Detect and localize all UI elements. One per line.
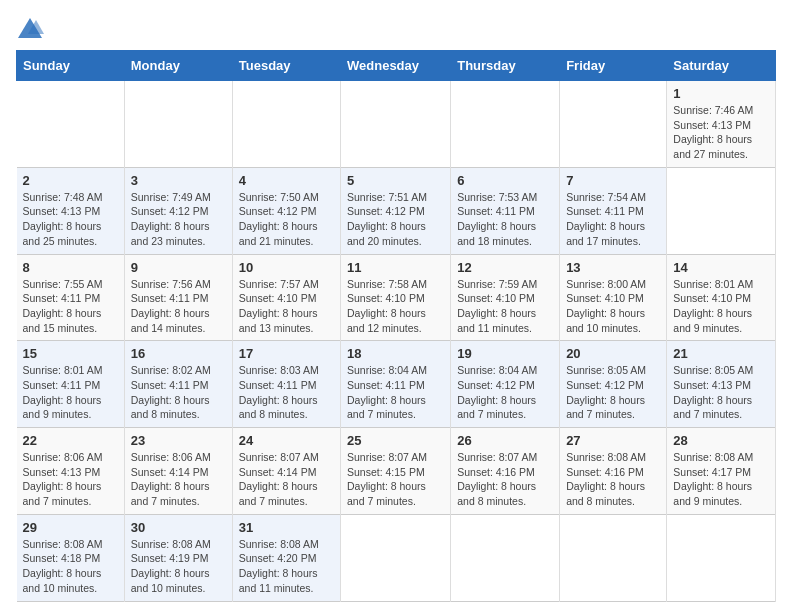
- day-info: Sunrise: 8:07 AMSunset: 4:16 PMDaylight:…: [457, 450, 553, 509]
- table-cell-w2-d7: [667, 167, 776, 254]
- day-info: Sunrise: 7:50 AMSunset: 4:12 PMDaylight:…: [239, 190, 334, 249]
- day-info: Sunrise: 8:06 AMSunset: 4:14 PMDaylight:…: [131, 450, 226, 509]
- table-cell-w4-d2: 16Sunrise: 8:02 AMSunset: 4:11 PMDayligh…: [124, 341, 232, 428]
- day-info: Sunrise: 7:55 AMSunset: 4:11 PMDaylight:…: [23, 277, 118, 336]
- day-number: 2: [23, 173, 118, 188]
- page-header: [16, 16, 776, 40]
- col-thursday: Thursday: [451, 51, 560, 81]
- table-cell-w4-d7: 21Sunrise: 8:05 AMSunset: 4:13 PMDayligh…: [667, 341, 776, 428]
- table-cell-w1-d1: [17, 81, 125, 168]
- day-info: Sunrise: 8:07 AMSunset: 4:15 PMDaylight:…: [347, 450, 444, 509]
- col-tuesday: Tuesday: [232, 51, 340, 81]
- day-info: Sunrise: 8:08 AMSunset: 4:18 PMDaylight:…: [23, 537, 118, 596]
- day-number: 5: [347, 173, 444, 188]
- day-number: 20: [566, 346, 660, 361]
- day-number: 14: [673, 260, 769, 275]
- day-number: 6: [457, 173, 553, 188]
- day-info: Sunrise: 8:03 AMSunset: 4:11 PMDaylight:…: [239, 363, 334, 422]
- day-number: 18: [347, 346, 444, 361]
- calendar-table: Sunday Monday Tuesday Wednesday Thursday…: [16, 50, 776, 602]
- day-info: Sunrise: 7:46 AMSunset: 4:13 PMDaylight:…: [673, 103, 769, 162]
- day-info: Sunrise: 8:00 AMSunset: 4:10 PMDaylight:…: [566, 277, 660, 336]
- table-cell-w3-d3: 10Sunrise: 7:57 AMSunset: 4:10 PMDayligh…: [232, 254, 340, 341]
- day-info: Sunrise: 7:53 AMSunset: 4:11 PMDaylight:…: [457, 190, 553, 249]
- day-info: Sunrise: 7:57 AMSunset: 4:10 PMDaylight:…: [239, 277, 334, 336]
- day-info: Sunrise: 8:05 AMSunset: 4:13 PMDaylight:…: [673, 363, 769, 422]
- day-info: Sunrise: 7:49 AMSunset: 4:12 PMDaylight:…: [131, 190, 226, 249]
- day-number: 29: [23, 520, 118, 535]
- day-number: 19: [457, 346, 553, 361]
- day-number: 9: [131, 260, 226, 275]
- logo-icon: [16, 16, 44, 40]
- day-info: Sunrise: 8:06 AMSunset: 4:13 PMDaylight:…: [23, 450, 118, 509]
- table-cell-w6-d6: [560, 514, 667, 601]
- day-info: Sunrise: 7:58 AMSunset: 4:10 PMDaylight:…: [347, 277, 444, 336]
- col-monday: Monday: [124, 51, 232, 81]
- table-cell-w3-d1: 8Sunrise: 7:55 AMSunset: 4:11 PMDaylight…: [17, 254, 125, 341]
- table-cell-w1-d6: [560, 81, 667, 168]
- day-number: 3: [131, 173, 226, 188]
- day-info: Sunrise: 7:56 AMSunset: 4:11 PMDaylight:…: [131, 277, 226, 336]
- col-saturday: Saturday: [667, 51, 776, 81]
- table-cell-w4-d4: 18Sunrise: 8:04 AMSunset: 4:11 PMDayligh…: [341, 341, 451, 428]
- logo: [16, 16, 46, 40]
- week-row-1: 1Sunrise: 7:46 AMSunset: 4:13 PMDaylight…: [17, 81, 776, 168]
- table-cell-w5-d4: 25Sunrise: 8:07 AMSunset: 4:15 PMDayligh…: [341, 428, 451, 515]
- day-info: Sunrise: 8:08 AMSunset: 4:19 PMDaylight:…: [131, 537, 226, 596]
- table-cell-w4-d5: 19Sunrise: 8:04 AMSunset: 4:12 PMDayligh…: [451, 341, 560, 428]
- table-cell-w1-d3: [232, 81, 340, 168]
- day-number: 31: [239, 520, 334, 535]
- day-number: 4: [239, 173, 334, 188]
- table-cell-w3-d2: 9Sunrise: 7:56 AMSunset: 4:11 PMDaylight…: [124, 254, 232, 341]
- table-cell-w2-d3: 4Sunrise: 7:50 AMSunset: 4:12 PMDaylight…: [232, 167, 340, 254]
- day-info: Sunrise: 8:01 AMSunset: 4:10 PMDaylight:…: [673, 277, 769, 336]
- day-number: 30: [131, 520, 226, 535]
- table-cell-w4-d1: 15Sunrise: 8:01 AMSunset: 4:11 PMDayligh…: [17, 341, 125, 428]
- table-cell-w4-d3: 17Sunrise: 8:03 AMSunset: 4:11 PMDayligh…: [232, 341, 340, 428]
- table-cell-w3-d7: 14Sunrise: 8:01 AMSunset: 4:10 PMDayligh…: [667, 254, 776, 341]
- table-cell-w1-d4: [341, 81, 451, 168]
- day-number: 12: [457, 260, 553, 275]
- day-number: 11: [347, 260, 444, 275]
- day-number: 17: [239, 346, 334, 361]
- day-number: 24: [239, 433, 334, 448]
- table-cell-w1-d2: [124, 81, 232, 168]
- table-cell-w5-d3: 24Sunrise: 8:07 AMSunset: 4:14 PMDayligh…: [232, 428, 340, 515]
- table-cell-w5-d7: 28Sunrise: 8:08 AMSunset: 4:17 PMDayligh…: [667, 428, 776, 515]
- table-cell-w6-d4: [341, 514, 451, 601]
- day-number: 8: [23, 260, 118, 275]
- day-number: 1: [673, 86, 769, 101]
- day-info: Sunrise: 7:51 AMSunset: 4:12 PMDaylight:…: [347, 190, 444, 249]
- table-cell-w5-d6: 27Sunrise: 8:08 AMSunset: 4:16 PMDayligh…: [560, 428, 667, 515]
- day-number: 25: [347, 433, 444, 448]
- day-number: 26: [457, 433, 553, 448]
- table-cell-w5-d2: 23Sunrise: 8:06 AMSunset: 4:14 PMDayligh…: [124, 428, 232, 515]
- table-cell-w2-d2: 3Sunrise: 7:49 AMSunset: 4:12 PMDaylight…: [124, 167, 232, 254]
- day-info: Sunrise: 7:54 AMSunset: 4:11 PMDaylight:…: [566, 190, 660, 249]
- table-cell-w3-d5: 12Sunrise: 7:59 AMSunset: 4:10 PMDayligh…: [451, 254, 560, 341]
- day-number: 16: [131, 346, 226, 361]
- day-number: 27: [566, 433, 660, 448]
- day-number: 22: [23, 433, 118, 448]
- week-row-3: 8Sunrise: 7:55 AMSunset: 4:11 PMDaylight…: [17, 254, 776, 341]
- day-info: Sunrise: 8:08 AMSunset: 4:20 PMDaylight:…: [239, 537, 334, 596]
- day-number: 7: [566, 173, 660, 188]
- table-cell-w1-d7: 1Sunrise: 7:46 AMSunset: 4:13 PMDaylight…: [667, 81, 776, 168]
- day-info: Sunrise: 8:01 AMSunset: 4:11 PMDaylight:…: [23, 363, 118, 422]
- week-row-5: 22Sunrise: 8:06 AMSunset: 4:13 PMDayligh…: [17, 428, 776, 515]
- table-cell-w2-d4: 5Sunrise: 7:51 AMSunset: 4:12 PMDaylight…: [341, 167, 451, 254]
- table-cell-w6-d1: 29Sunrise: 8:08 AMSunset: 4:18 PMDayligh…: [17, 514, 125, 601]
- table-cell-w2-d1: 2Sunrise: 7:48 AMSunset: 4:13 PMDaylight…: [17, 167, 125, 254]
- table-cell-w2-d5: 6Sunrise: 7:53 AMSunset: 4:11 PMDaylight…: [451, 167, 560, 254]
- week-row-6: 29Sunrise: 8:08 AMSunset: 4:18 PMDayligh…: [17, 514, 776, 601]
- table-cell-w1-d5: [451, 81, 560, 168]
- day-number: 23: [131, 433, 226, 448]
- table-cell-w4-d6: 20Sunrise: 8:05 AMSunset: 4:12 PMDayligh…: [560, 341, 667, 428]
- day-number: 10: [239, 260, 334, 275]
- table-cell-w5-d5: 26Sunrise: 8:07 AMSunset: 4:16 PMDayligh…: [451, 428, 560, 515]
- calendar-header-row: Sunday Monday Tuesday Wednesday Thursday…: [17, 51, 776, 81]
- table-cell-w3-d6: 13Sunrise: 8:00 AMSunset: 4:10 PMDayligh…: [560, 254, 667, 341]
- col-wednesday: Wednesday: [341, 51, 451, 81]
- week-row-4: 15Sunrise: 8:01 AMSunset: 4:11 PMDayligh…: [17, 341, 776, 428]
- table-cell-w2-d6: 7Sunrise: 7:54 AMSunset: 4:11 PMDaylight…: [560, 167, 667, 254]
